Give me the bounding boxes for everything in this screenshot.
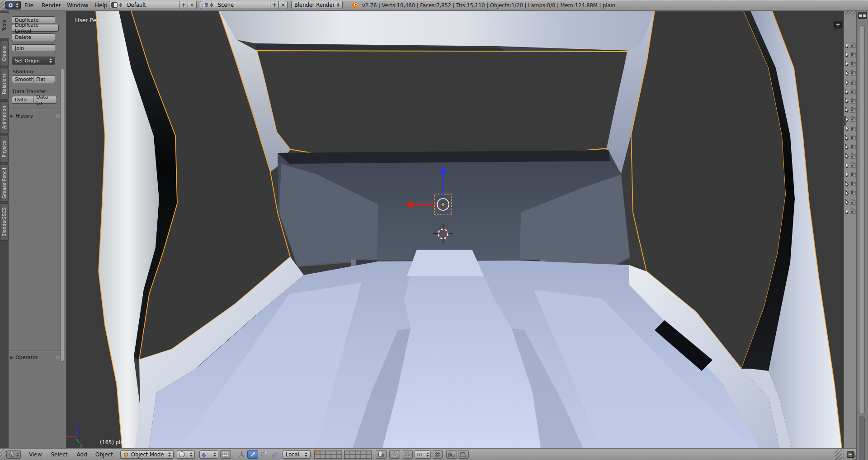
outliner-row[interactable] [844,59,856,68]
region-resize-handle[interactable] [843,116,846,126]
close-screen-layout-button[interactable]: × [188,1,197,9]
pointer-icon[interactable] [844,98,849,104]
opengl-render-button[interactable] [446,450,457,459]
pointer-icon[interactable] [844,79,849,85]
outliner-row[interactable] [844,161,856,170]
lock-to-scene-toggle[interactable] [376,450,387,459]
tab-create[interactable]: Create [0,41,9,66]
translate-manipulator-button[interactable] [247,450,258,459]
pointer-icon[interactable] [844,107,849,113]
outliner-row[interactable] [844,87,856,96]
snap-element-dropdown[interactable] [415,451,431,459]
scale-manipulator-button[interactable] [269,450,280,459]
properties-scrollbar[interactable] [859,25,865,414]
delete-button[interactable]: Delete [12,33,55,41]
pointer-icon[interactable] [844,144,849,150]
blender-app-menu-button[interactable] [5,1,21,9]
pointer-icon[interactable] [844,190,849,196]
camera-icon[interactable] [850,135,856,140]
pointer-icon[interactable] [844,43,849,48]
pointer-icon[interactable] [844,162,849,168]
set-origin-dropdown[interactable]: Set Origin [12,57,55,65]
layer-toggle[interactable] [366,451,372,455]
data-transfer-layout-button[interactable]: Data La [33,96,57,104]
opengl-render-animation-button[interactable] [458,450,469,459]
scene-name-field[interactable]: Scene [215,1,270,9]
screen-layout-browse-button[interactable] [109,1,124,9]
snap-target-button[interactable] [433,450,443,459]
camera-icon[interactable] [850,209,856,214]
outliner-row[interactable] [844,179,856,188]
camera-icon[interactable] [850,52,856,57]
camera-icon[interactable] [850,144,856,149]
pointer-icon[interactable] [844,181,849,187]
add-scene-button[interactable]: + [270,1,279,9]
camera-icon[interactable] [850,43,856,48]
layer-toggle[interactable] [326,451,331,455]
outliner-row[interactable] [844,105,856,114]
duplicate-linked-button[interactable]: Duplicate Linked [12,24,59,32]
menu-add[interactable]: Add [74,449,90,460]
camera-icon[interactable] [850,61,856,66]
outliner-row[interactable] [844,78,856,87]
camera-icon[interactable] [850,98,856,104]
layer-toggle[interactable] [344,455,350,458]
layer-toggle[interactable] [361,455,366,458]
layer-toggle[interactable] [361,451,366,455]
show-properties-region-button[interactable]: + [834,21,842,28]
pointer-icon[interactable] [844,125,849,131]
outliner-row[interactable] [844,96,856,105]
shade-flat-button[interactable]: Flat [33,76,55,83]
screen-layout-name-field[interactable]: Default [124,1,179,9]
layer-toggle[interactable] [320,455,326,458]
camera-icon[interactable] [850,70,856,76]
tab-blender2scs[interactable]: Blender2SCS [0,204,9,241]
close-scene-button[interactable]: × [279,1,288,9]
pointer-icon[interactable] [844,70,849,76]
menu-help[interactable]: Help [92,0,110,11]
camera-icon[interactable] [850,107,856,113]
scene-browse-button[interactable] [200,1,215,9]
tab-grease-pencil[interactable]: Grease Pencil [0,165,9,202]
layer-toggle[interactable] [355,455,361,458]
pointer-icon[interactable] [844,61,849,66]
layer-toggle[interactable] [315,455,320,458]
layer-toggle[interactable] [350,451,355,455]
pointer-icon[interactable] [844,209,849,214]
outliner-row[interactable] [844,170,856,179]
interaction-mode-dropdown[interactable]: Object Mode [120,451,174,459]
transform-orientation-dropdown[interactable]: Local [283,451,311,459]
camera-icon[interactable] [850,80,856,85]
camera-icon[interactable] [850,172,856,177]
layer-toggle[interactable] [315,451,320,455]
layer-toggle[interactable] [344,451,350,455]
outliner-row[interactable] [844,50,856,59]
menu-render[interactable]: Render [39,0,64,11]
layer-toggle[interactable] [336,451,342,455]
layer-toggle[interactable] [350,455,355,458]
outliner-row[interactable] [844,41,856,50]
camera-icon[interactable] [850,89,856,94]
render-engine-dropdown[interactable]: Blender Render [291,1,343,9]
menu-file[interactable]: File [22,0,36,11]
outliner-row[interactable] [844,152,856,161]
outliner-row[interactable] [844,68,856,77]
outliner-row[interactable] [844,133,856,142]
properties-scrollbar-track[interactable] [859,416,865,460]
pointer-icon[interactable] [844,135,849,141]
pointer-icon[interactable] [844,199,849,205]
pointer-icon[interactable] [844,52,849,57]
tab-relations[interactable]: Relations [0,68,9,100]
outliner-row[interactable] [844,198,856,207]
camera-icon[interactable] [850,126,856,131]
manipulate-center-points-toggle[interactable] [220,450,231,459]
pointer-icon[interactable] [844,89,849,95]
operator-panel-header[interactable]: ▶ Operator [10,355,64,360]
layer-toggle[interactable] [320,451,326,455]
pointer-icon[interactable] [844,171,849,177]
outliner-row[interactable] [844,207,856,216]
pointer-icon[interactable] [844,153,849,159]
layer-toggle[interactable] [336,455,342,458]
layer-toggle[interactable] [331,455,336,458]
truck-cab-model[interactable] [96,11,842,448]
